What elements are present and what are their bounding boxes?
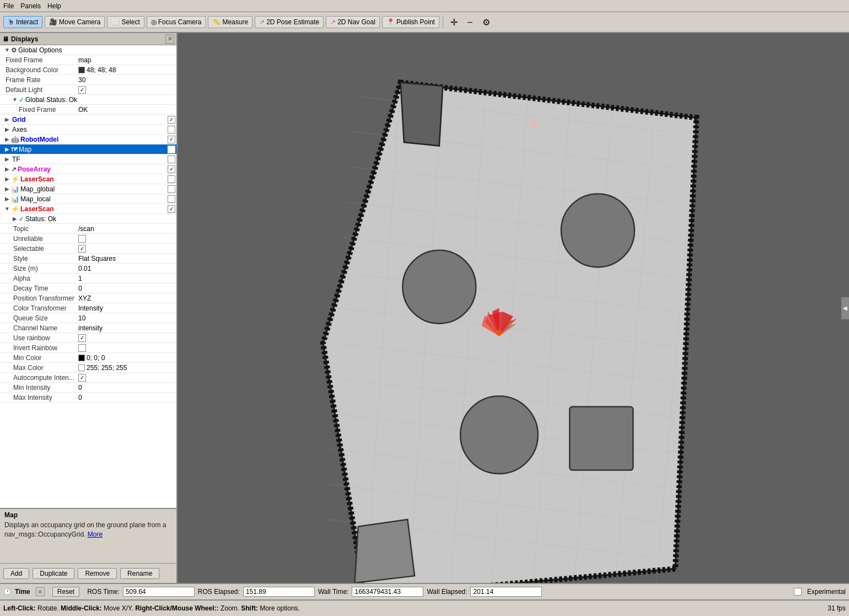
invert-rainbow-checkbox[interactable] — [78, 344, 86, 352]
map-local-checkbox[interactable] — [168, 195, 175, 203]
map-global-item[interactable]: ▶ 📊 Map_global — [0, 184, 176, 194]
displays-close-button[interactable]: ✕ — [165, 35, 174, 44]
rename-button[interactable]: Rename — [120, 568, 159, 579]
pose-array-checkbox[interactable] — [168, 165, 175, 173]
decay-value[interactable]: 0 — [78, 285, 175, 292]
default-light-checkbox[interactable] — [78, 86, 86, 94]
ros-time-input[interactable] — [123, 587, 195, 597]
grid-item[interactable]: ▶ Grid — [0, 115, 176, 125]
max-intensity-value[interactable]: 0 — [78, 394, 175, 401]
interact-button[interactable]: 🖱 Interact — [3, 16, 42, 28]
menu-help[interactable]: Help — [47, 2, 61, 10]
status-ok-item[interactable]: ▶ ✓ Status: Ok — [0, 214, 176, 224]
move-icon-btn[interactable]: ✛ — [447, 15, 461, 29]
autocompute-checkbox[interactable] — [78, 374, 86, 382]
time-bar: 🕐 Time ✕ Reset ROS Time: ROS Elapsed: Wa… — [0, 583, 849, 599]
laser-scan-2-item[interactable]: ▼ ⚡ LaserScan — [0, 204, 176, 214]
laser-scan-1-expander[interactable]: ▶ — [3, 176, 11, 182]
axes-item[interactable]: ▶ Axes — [0, 125, 176, 135]
right-collapse-button[interactable]: ◀ — [841, 297, 849, 319]
time-close-button[interactable]: ✕ — [36, 587, 45, 596]
info-more-link[interactable]: More — [88, 531, 103, 538]
map-checkbox[interactable] — [168, 146, 175, 153]
selectable-value[interactable] — [78, 245, 175, 253]
global-options-item[interactable]: ▼ ⚙ Global Options — [0, 45, 176, 55]
robot-model-expander[interactable]: ▶ — [3, 136, 11, 142]
laser-scan-2-expander[interactable]: ▼ — [3, 206, 11, 212]
global-status-expander[interactable]: ▼ — [11, 97, 19, 103]
tree-container[interactable]: ▼ ⚙ Global Options Fixed Frame map Backg… — [0, 45, 176, 508]
move-camera-button[interactable]: 🎥 Move Camera — [45, 16, 105, 28]
topic-value[interactable]: /scan — [78, 225, 175, 233]
grid-expander[interactable]: ▶ — [3, 116, 11, 122]
status-ok-expander[interactable]: ▶ — [11, 216, 19, 222]
fixed-frame-value[interactable]: map — [78, 56, 175, 64]
map-global-expander[interactable]: ▶ — [3, 186, 11, 192]
select-button[interactable]: ⬜ Select — [107, 16, 144, 28]
viewport[interactable]: ◀ — [178, 33, 849, 583]
experimental-checkbox[interactable] — [794, 588, 802, 596]
map-local-item[interactable]: ▶ 📊 Map_local — [0, 194, 176, 204]
tf-expander[interactable]: ▶ — [3, 156, 11, 162]
autocompute-value[interactable] — [78, 374, 175, 382]
fps-display: 31 fps — [827, 604, 846, 612]
default-light-value[interactable] — [78, 86, 175, 94]
duplicate-button[interactable]: Duplicate — [33, 568, 74, 579]
min-intensity-value[interactable]: 0 — [78, 384, 175, 392]
laser-scan-1-item[interactable]: ▶ ⚡ LaserScan — [0, 174, 176, 184]
settings-icon-btn[interactable]: ⚙ — [479, 15, 494, 29]
laser-scan-1-checkbox[interactable] — [168, 175, 175, 183]
tf-item[interactable]: ▶ TF — [0, 154, 176, 164]
laser-scan-2-checkbox[interactable] — [168, 205, 175, 213]
tf-checkbox[interactable] — [168, 156, 175, 163]
tf-label: TF — [12, 156, 168, 163]
fixed-frame-status-label: Fixed Frame — [1, 106, 78, 114]
robot-model-checkbox[interactable] — [168, 136, 175, 143]
invert-rainbow-value[interactable] — [78, 344, 175, 352]
size-value[interactable]: 0.01 — [78, 265, 175, 272]
bg-color-value[interactable]: 48; 48; 48 — [78, 66, 175, 74]
global-status-item[interactable]: ▼ ✓ Global Status: Ok — [0, 95, 176, 105]
max-color-value[interactable]: 255; 255; 255 — [78, 364, 175, 372]
pose-array-item[interactable]: ▶ ↗ PoseArray — [0, 164, 176, 174]
clock-icon: 🕐 — [3, 588, 12, 596]
pos-transformer-value[interactable]: XYZ — [78, 294, 175, 302]
grid-checkbox[interactable] — [168, 116, 175, 124]
shift-label: Shift: — [241, 604, 258, 612]
color-transformer-value[interactable]: Intensity — [78, 304, 175, 312]
pose-array-expander[interactable]: ▶ — [3, 166, 11, 172]
selectable-checkbox[interactable] — [78, 245, 86, 253]
map-local-expander[interactable]: ▶ — [3, 196, 11, 202]
nav-goal-button[interactable]: ↗ 2D Nav Goal — [326, 16, 380, 28]
min-color-value[interactable]: 0; 0; 0 — [78, 354, 175, 362]
remove-button[interactable]: Remove — [78, 568, 117, 579]
queue-size-value[interactable]: 10 — [78, 314, 175, 322]
ros-elapsed-input[interactable] — [243, 587, 315, 597]
measure-button[interactable]: 📏 Measure — [208, 16, 252, 28]
publish-point-button[interactable]: 📍 Publish Point — [382, 16, 439, 28]
robot-model-item[interactable]: ▶ 🤖 RobotModel — [0, 135, 176, 144]
global-options-expander[interactable]: ▼ — [3, 47, 11, 53]
menu-file[interactable]: File — [3, 2, 14, 10]
focus-camera-button[interactable]: ◎ Focus Camera — [147, 16, 206, 28]
axes-expander[interactable]: ▶ — [3, 126, 11, 132]
frame-rate-value[interactable]: 30 — [78, 76, 175, 84]
wall-time-input[interactable] — [352, 587, 423, 597]
use-rainbow-value[interactable] — [78, 334, 175, 342]
style-value[interactable]: Flat Squares — [78, 255, 175, 263]
unreliable-checkbox[interactable] — [78, 235, 86, 243]
alpha-value[interactable]: 1 — [78, 275, 175, 282]
reset-button[interactable]: Reset — [52, 587, 79, 597]
map-expander[interactable]: ▶ — [3, 146, 11, 152]
use-rainbow-checkbox[interactable] — [78, 334, 86, 342]
unreliable-value[interactable] — [78, 235, 175, 243]
axes-checkbox[interactable] — [168, 126, 175, 133]
add-button[interactable]: Add — [3, 568, 29, 579]
map-item[interactable]: ▶ 🗺 Map — [0, 144, 176, 154]
minus-icon-btn[interactable]: – — [464, 15, 476, 29]
pose-estimate-button[interactable]: ↗ 2D Pose Estimate — [255, 16, 324, 28]
channel-name-value[interactable]: intensity — [78, 324, 175, 332]
map-global-checkbox[interactable] — [168, 185, 175, 193]
wall-elapsed-input[interactable] — [470, 587, 542, 597]
menu-panels[interactable]: Panels — [20, 2, 41, 10]
